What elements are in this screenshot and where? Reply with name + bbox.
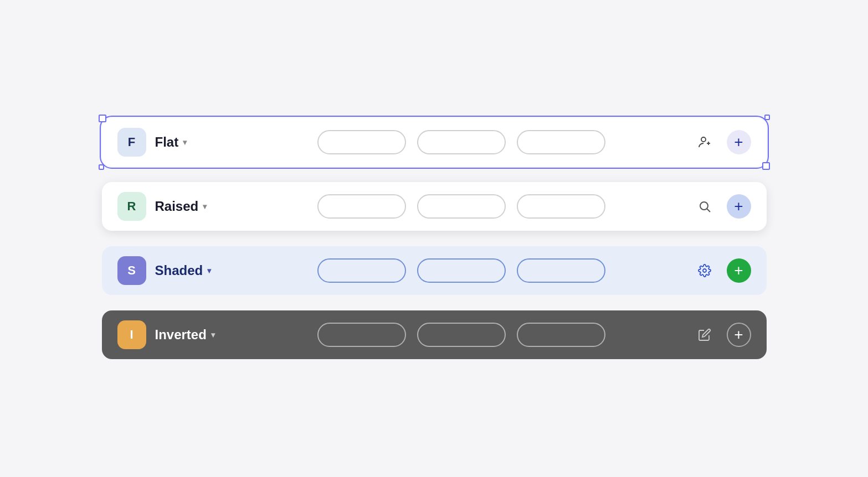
row-raised: R Raised ▾ + bbox=[102, 182, 767, 231]
add-button-raised[interactable]: + bbox=[727, 194, 751, 219]
chevron-inverted[interactable]: ▾ bbox=[211, 330, 215, 339]
right-icons-flat: + bbox=[692, 130, 751, 154]
pill-raised-2[interactable] bbox=[417, 194, 506, 219]
avatar-inverted: I bbox=[117, 320, 146, 349]
svg-point-3 bbox=[700, 202, 708, 210]
add-button-inverted[interactable]: + bbox=[727, 323, 751, 347]
selection-handle-bl bbox=[99, 164, 104, 170]
gear-icon[interactable] bbox=[692, 258, 717, 283]
row-label-raised: Raised ▾ bbox=[155, 199, 244, 214]
pencil-icon[interactable] bbox=[692, 323, 717, 347]
svg-point-0 bbox=[701, 137, 706, 142]
pill-flat-3[interactable] bbox=[517, 130, 605, 154]
chevron-flat[interactable]: ▾ bbox=[183, 138, 187, 147]
pencil-svg bbox=[698, 328, 711, 341]
row-label-shaded: Shaded ▾ bbox=[155, 263, 244, 278]
right-icons-raised: + bbox=[692, 194, 751, 219]
pills-flat bbox=[244, 130, 679, 154]
pills-inverted bbox=[244, 323, 679, 347]
pill-raised-3[interactable] bbox=[517, 194, 605, 219]
cards-container: F Flat ▾ + bbox=[102, 118, 767, 359]
selection-handle-tr bbox=[764, 115, 770, 120]
row-inverted: I Inverted ▾ + bbox=[102, 310, 767, 359]
row-label-flat: Flat ▾ bbox=[155, 134, 244, 150]
row-flat: F Flat ▾ + bbox=[102, 118, 767, 167]
svg-line-4 bbox=[707, 209, 710, 212]
avatar-flat: F bbox=[117, 128, 146, 157]
pill-inverted-1[interactable] bbox=[317, 323, 406, 347]
chevron-raised[interactable]: ▾ bbox=[203, 202, 207, 211]
chevron-shaded[interactable]: ▾ bbox=[207, 266, 211, 275]
pill-inverted-3[interactable] bbox=[517, 323, 605, 347]
avatar-raised: R bbox=[117, 192, 146, 221]
right-icons-shaded: + bbox=[692, 258, 751, 283]
pill-inverted-2[interactable] bbox=[417, 323, 506, 347]
pills-shaded bbox=[244, 258, 679, 283]
pill-raised-1[interactable] bbox=[317, 194, 406, 219]
add-button-flat[interactable]: + bbox=[727, 130, 751, 154]
pill-shaded-3[interactable] bbox=[517, 258, 605, 283]
add-person-icon[interactable] bbox=[692, 130, 717, 154]
pill-flat-1[interactable] bbox=[317, 130, 406, 154]
right-icons-inverted: + bbox=[692, 323, 751, 347]
search-icon[interactable] bbox=[692, 194, 717, 219]
add-person-svg bbox=[698, 136, 711, 149]
add-button-shaded[interactable]: + bbox=[727, 258, 751, 283]
row-shaded: S Shaded ▾ + bbox=[102, 246, 767, 295]
pills-raised bbox=[244, 194, 679, 219]
gear-svg bbox=[698, 264, 711, 277]
pill-shaded-1[interactable] bbox=[317, 258, 406, 283]
pill-shaded-2[interactable] bbox=[417, 258, 506, 283]
search-svg bbox=[698, 200, 711, 213]
row-label-inverted: Inverted ▾ bbox=[155, 327, 244, 343]
svg-point-5 bbox=[703, 269, 706, 272]
avatar-shaded: S bbox=[117, 256, 146, 285]
pill-flat-2[interactable] bbox=[417, 130, 506, 154]
